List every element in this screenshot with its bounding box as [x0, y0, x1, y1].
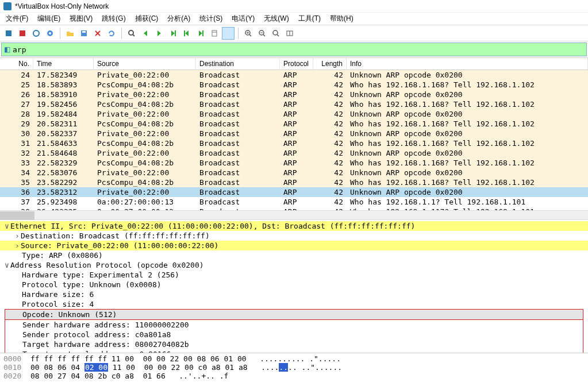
menu-2[interactable]: 视图(V): [65, 12, 97, 25]
col-header-proto[interactable]: Protocol: [280, 58, 313, 70]
packet-row[interactable]: 2920.582311PcsCompu_04:08:2bBroadcastARP…: [0, 119, 588, 129]
hex-row[interactable]: 0000 ff ff ff ff ff ff 11 00 00 00 22 00…: [3, 354, 585, 363]
hex-row[interactable]: 0010 00 08 06 04 02 00 11 00 00 00 22 00…: [3, 363, 585, 372]
cell-col-time: 18.583910: [33, 90, 94, 99]
packet-list-hscroll[interactable]: [0, 210, 588, 220]
resize-columns-button[interactable]: [283, 27, 296, 40]
packet-list[interactable]: 2417.582349Private_00:22:00BroadcastARP4…: [0, 70, 588, 210]
cell-col-info: Unknown ARP opcode 0x0200: [347, 70, 588, 80]
cell-col-src: 0a:00:27:00:00:13: [94, 197, 196, 207]
menu-10[interactable]: 帮助(H): [325, 12, 358, 25]
zoom-out-button[interactable]: [256, 27, 268, 40]
detail-arp-pt[interactable]: Protocol type: Unknown (0x0008): [0, 280, 588, 290]
start-capture-button[interactable]: [2, 27, 15, 40]
packet-details[interactable]: ∨Ethernet II, Src: Private_00:22:00 (11:…: [0, 220, 588, 353]
detail-eth-type[interactable]: Type: ARP (0x0806): [0, 250, 588, 260]
packet-row[interactable]: 2417.582349Private_00:22:00BroadcastARP4…: [0, 70, 588, 80]
cell-col-no: 36: [0, 187, 33, 197]
window-titlebar: *VirtualBox Host-Only Network: [0, 0, 588, 13]
menu-7[interactable]: 电话(Y): [227, 12, 259, 25]
svg-point-9: [129, 30, 133, 35]
display-filter-input[interactable]: [13, 45, 584, 54]
open-file-button[interactable]: [64, 27, 76, 40]
packet-row[interactable]: 3725.9234980a:00:27:00:00:13BroadcastARP…: [0, 197, 588, 207]
reload-button[interactable]: [105, 27, 118, 40]
first-packet-button[interactable]: [180, 27, 193, 40]
col-header-info[interactable]: Info: [347, 58, 588, 70]
capture-options-button[interactable]: [44, 27, 56, 40]
detail-eth-dst[interactable]: ›Destination: Broadcast (ff:ff:ff:ff:ff:…: [0, 231, 588, 241]
packet-row[interactable]: 3322.582329PcsCompu_04:08:2bBroadcastARP…: [0, 158, 588, 168]
menu-6[interactable]: 统计(S): [195, 12, 227, 25]
packet-row[interactable]: 2618.583910Private_00:22:00BroadcastARP4…: [0, 90, 588, 99]
cell-col-time: 25.923498: [33, 197, 94, 207]
col-header-time[interactable]: Time: [33, 58, 94, 70]
go-back-button[interactable]: [139, 27, 152, 40]
detail-arp-ps[interactable]: Protocol size: 4: [0, 299, 588, 309]
packet-row[interactable]: 2518.583893PcsCompu_04:08:2bBroadcastARP…: [0, 80, 588, 90]
detail-arp-sha[interactable]: Sender hardware address: 110000002200: [5, 320, 583, 330]
packet-row[interactable]: 3020.582337Private_00:22:00BroadcastARP4…: [0, 129, 588, 138]
cell-col-src: Private_00:22:00: [94, 70, 196, 80]
packet-row[interactable]: 3623.582312Private_00:22:00BroadcastARP4…: [0, 187, 588, 197]
cell-col-info: Unknown ARP opcode 0x0200: [347, 148, 588, 158]
cell-col-no: 24: [0, 70, 33, 80]
packet-row[interactable]: 2719.582456PcsCompu_04:08:2bBroadcastARP…: [0, 99, 588, 109]
svg-rect-6: [82, 31, 86, 33]
colorize-button[interactable]: [222, 27, 235, 40]
hex-view[interactable]: 0000 ff ff ff ff ff ff 11 00 00 00 22 00…: [0, 353, 588, 386]
find-packet-button[interactable]: [125, 27, 138, 40]
detail-arp-opcode[interactable]: Opcode: Unknown (512): [5, 310, 583, 319]
go-to-packet-button[interactable]: [167, 27, 179, 40]
display-filter-bar[interactable]: ◧: [1, 43, 587, 56]
bookmark-icon[interactable]: ◧: [4, 45, 10, 53]
packet-row[interactable]: 3221.584648Private_00:22:00BroadcastARP4…: [0, 148, 588, 158]
menu-5[interactable]: 分析(A): [163, 12, 195, 25]
cell-col-time: 21.584633: [33, 138, 94, 148]
svg-rect-19: [212, 30, 217, 36]
stop-capture-button[interactable]: [16, 27, 29, 40]
go-forward-button[interactable]: [153, 27, 166, 40]
detail-eth-src[interactable]: ›Source: Private_00:22:00 (11:00:00:00:2…: [0, 241, 588, 250]
close-file-button[interactable]: [91, 27, 104, 40]
menu-0[interactable]: 文件(F): [1, 12, 33, 25]
cell-col-len: 42: [313, 187, 347, 197]
cell-col-time: 19.582456: [33, 99, 94, 109]
hex-row[interactable]: 0020 08 00 27 04 08 2b c0 a8 01 66 ..'..…: [3, 372, 585, 380]
packet-row[interactable]: 3422.583076Private_00:22:00BroadcastARP4…: [0, 168, 588, 177]
menu-3[interactable]: 跳转(G): [97, 12, 130, 25]
col-header-length[interactable]: Length: [313, 58, 347, 70]
menu-4[interactable]: 捕获(C): [130, 12, 163, 25]
hscroll-thumb[interactable]: [0, 211, 34, 220]
zoom-in-button[interactable]: [242, 27, 255, 40]
col-header-no[interactable]: No.: [0, 58, 33, 70]
last-packet-button[interactable]: [194, 27, 207, 40]
cell-col-no: 37: [0, 197, 33, 207]
zoom-reset-button[interactable]: [270, 27, 282, 40]
cell-col-src: PcsCompu_04:08:2b: [94, 119, 196, 129]
save-file-button[interactable]: [78, 27, 90, 40]
cell-col-dst: Broadcast: [196, 129, 280, 138]
cell-col-src: PcsCompu_04:08:2b: [94, 158, 196, 168]
col-header-dest[interactable]: Destination: [196, 58, 280, 70]
menu-8[interactable]: 无线(W): [259, 12, 293, 25]
detail-arp-hw[interactable]: Hardware type: Experimental 2 (256): [0, 270, 588, 280]
packet-row[interactable]: 3121.584633PcsCompu_04:08:2bBroadcastARP…: [0, 138, 588, 148]
packet-row[interactable]: 3523.582292PcsCompu_04:08:2bBroadcastARP…: [0, 177, 588, 187]
detail-arp-hs[interactable]: Hardware size: 6: [0, 290, 588, 299]
cell-col-no: 25: [0, 80, 33, 90]
col-header-source[interactable]: Source: [94, 58, 196, 70]
packet-row[interactable]: 2819.582484Private_00:22:00BroadcastARP4…: [0, 109, 588, 119]
restart-capture-button[interactable]: [30, 27, 43, 40]
detail-arp-spa[interactable]: Sender protocol address: c0a801a8: [5, 330, 583, 339]
cell-col-len: 42: [313, 168, 347, 177]
svg-marker-13: [171, 30, 175, 36]
cell-col-time: 22.583076: [33, 168, 94, 177]
detail-arp[interactable]: ∨Address Resolution Protocol (opcode 0x0…: [0, 260, 588, 270]
menu-1[interactable]: 编辑(E): [33, 12, 65, 25]
auto-scroll-button[interactable]: [208, 27, 221, 40]
detail-arp-tha[interactable]: Target hardware address: 08002704082b: [5, 339, 583, 349]
detail-ethernet[interactable]: ∨Ethernet II, Src: Private_00:22:00 (11:…: [0, 221, 588, 231]
menu-9[interactable]: 工具(T): [294, 12, 325, 25]
cell-col-proto: ARP: [280, 138, 313, 148]
